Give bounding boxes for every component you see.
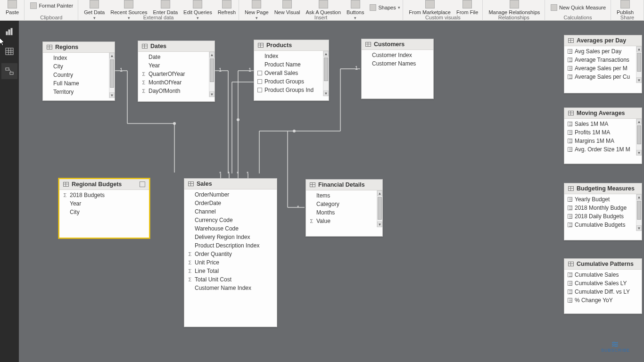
table-financial-details[interactable]: Financial Details Items Category Months … bbox=[305, 179, 383, 237]
field[interactable]: Cumulative Budgets bbox=[564, 221, 642, 229]
field[interactable]: Year bbox=[138, 61, 215, 70]
scroll-up-icon[interactable]: ▲ bbox=[377, 190, 382, 196]
scroll-down-icon[interactable]: ▼ bbox=[377, 222, 382, 227]
field[interactable]: Customer Index bbox=[362, 51, 433, 59]
manage-relationships-button[interactable]: Manage Relationships bbox=[486, 0, 543, 15]
field[interactable]: Category bbox=[306, 200, 382, 208]
scroll-up-icon[interactable]: ▲ bbox=[636, 46, 642, 52]
field[interactable]: Year bbox=[59, 199, 149, 208]
scrollbar[interactable]: ▲ ▼ bbox=[209, 52, 215, 97]
table-header[interactable]: Budgeting Measures bbox=[564, 183, 642, 194]
field[interactable]: Cumulative Sales bbox=[564, 271, 642, 279]
table-regional-budgets[interactable]: Regional Budgets 2018 Budgets Year City bbox=[58, 178, 150, 239]
scroll-down-icon[interactable]: ▼ bbox=[209, 91, 215, 97]
field[interactable]: Date bbox=[138, 53, 215, 61]
table-cumulative-patterns[interactable]: Cumulative Patterns Cumulative Sales Cum… bbox=[564, 258, 642, 314]
table-header[interactable]: Sales bbox=[184, 179, 277, 189]
field[interactable]: Avg Sales per Day bbox=[564, 47, 642, 56]
field[interactable]: Sales 1M MA bbox=[564, 120, 642, 128]
scroll-thumb[interactable] bbox=[378, 197, 382, 220]
scroll-up-icon[interactable]: ▲ bbox=[323, 51, 329, 57]
report-view-button[interactable] bbox=[1, 24, 17, 40]
field[interactable]: Channel bbox=[184, 207, 277, 216]
field[interactable]: Order Quantity bbox=[184, 250, 277, 258]
scroll-up-icon[interactable]: ▲ bbox=[109, 53, 115, 58]
table-header[interactable]: Moving Averages bbox=[564, 108, 642, 119]
scroll-down-icon[interactable]: ▼ bbox=[636, 77, 642, 83]
table-sales[interactable]: Sales OrderNumber OrderDate Channel Curr… bbox=[184, 178, 277, 327]
field[interactable]: Index bbox=[254, 52, 329, 60]
model-canvas[interactable]: 1 1 1 1 * * * * * bbox=[19, 21, 644, 362]
enter-data-button[interactable]: Enter Data bbox=[150, 0, 181, 15]
field[interactable]: Cumulative Diff. vs LY bbox=[564, 288, 642, 296]
field[interactable]: 2018 Monthly Budge bbox=[564, 204, 642, 212]
table-header[interactable]: Customers bbox=[362, 39, 433, 50]
field[interactable]: Product Description Index bbox=[184, 241, 277, 250]
data-view-button[interactable] bbox=[1, 43, 17, 59]
field[interactable]: Items bbox=[306, 191, 382, 200]
scrollbar[interactable]: ▲▼ bbox=[636, 46, 642, 83]
table-customers[interactable]: Customers Customer Index Customer Names bbox=[361, 39, 434, 99]
field[interactable]: QuarterOfYear bbox=[138, 70, 215, 78]
from-file-button[interactable]: From File bbox=[454, 0, 481, 15]
table-header[interactable]: Regional Budgets bbox=[59, 179, 149, 190]
publish-button[interactable]: Publish bbox=[614, 0, 636, 15]
scrollbar[interactable]: ▲ ▼ bbox=[323, 51, 329, 96]
scroll-thumb[interactable] bbox=[210, 58, 214, 82]
field[interactable]: Warehouse Code bbox=[184, 224, 277, 233]
field[interactable]: Cumulative Sales LY bbox=[564, 279, 642, 288]
field[interactable]: Product Name bbox=[254, 60, 329, 69]
table-header[interactable]: Products bbox=[254, 40, 329, 51]
scrollbar[interactable]: ▲ ▼ bbox=[109, 53, 115, 98]
field[interactable]: Customer Names bbox=[362, 59, 433, 68]
field[interactable]: 2018 Daily Budgets bbox=[564, 212, 642, 221]
table-header[interactable]: Averages per Day bbox=[564, 35, 642, 46]
table-header[interactable]: Dates bbox=[138, 41, 215, 52]
field[interactable]: Line Total bbox=[184, 267, 277, 275]
scroll-down-icon[interactable]: ▼ bbox=[323, 90, 329, 96]
table-dates[interactable]: Dates Date Year QuarterOfYear MonthOfYea… bbox=[138, 41, 215, 102]
field[interactable]: Months bbox=[306, 208, 382, 217]
field[interactable]: Overall Sales bbox=[254, 69, 329, 77]
field[interactable]: Profits 1M MA bbox=[564, 128, 642, 137]
field[interactable]: Average Transactions bbox=[564, 56, 642, 64]
table-averages-per-day[interactable]: Averages per Day Avg Sales per Day Avera… bbox=[564, 35, 642, 93]
scrollbar[interactable]: ▲▼ bbox=[636, 194, 642, 231]
scroll-thumb[interactable] bbox=[110, 59, 114, 88]
maximize-icon[interactable] bbox=[140, 181, 145, 187]
scrollbar[interactable]: ▲▼ bbox=[636, 119, 642, 156]
table-header[interactable]: Cumulative Patterns bbox=[564, 259, 642, 270]
ask-question-button[interactable]: Ask A Question bbox=[303, 0, 344, 15]
refresh-button[interactable]: Refresh bbox=[215, 0, 239, 15]
table-header[interactable]: Regions bbox=[43, 42, 115, 53]
field[interactable]: OrderDate bbox=[184, 199, 277, 207]
field[interactable]: Country bbox=[43, 71, 115, 79]
shapes-button[interactable]: Shapes bbox=[367, 3, 403, 12]
field[interactable]: Customer Name Index bbox=[184, 284, 277, 292]
field[interactable]: Average Sales per Cu bbox=[564, 73, 642, 81]
field[interactable]: DayOfMonth bbox=[138, 87, 215, 95]
from-marketplace-button[interactable]: From Marketplace bbox=[406, 0, 454, 15]
field[interactable]: Product Groups Ind bbox=[254, 86, 329, 94]
scroll-down-icon[interactable]: ▼ bbox=[636, 225, 642, 231]
field[interactable]: Avg. Order Size 1M M bbox=[564, 145, 642, 154]
field[interactable]: Total Unit Cost bbox=[184, 275, 277, 284]
field[interactable]: Yearly Budget bbox=[564, 195, 642, 204]
field[interactable]: Unit Price bbox=[184, 258, 277, 267]
table-regions[interactable]: Regions Index City Country Full Name Ter… bbox=[42, 41, 115, 101]
scroll-down-icon[interactable]: ▼ bbox=[636, 150, 642, 156]
scroll-thumb[interactable] bbox=[637, 125, 641, 144]
field[interactable]: Average Sales per M bbox=[564, 64, 642, 73]
scroll-thumb[interactable] bbox=[637, 53, 641, 72]
field[interactable]: Value bbox=[306, 217, 382, 225]
scrollbar[interactable]: ▲ ▼ bbox=[377, 190, 382, 227]
new-quick-measure-button[interactable]: New Quick Measure bbox=[548, 3, 609, 12]
table-header[interactable]: Financial Details bbox=[306, 180, 382, 190]
field[interactable]: Full Name bbox=[43, 79, 115, 88]
field[interactable]: OrderNumber bbox=[184, 190, 277, 199]
field[interactable]: City bbox=[59, 208, 149, 216]
format-painter-button[interactable]: Format Painter bbox=[27, 1, 76, 10]
field[interactable]: Delivery Region Index bbox=[184, 233, 277, 241]
scroll-thumb[interactable] bbox=[324, 58, 328, 81]
field[interactable]: Margins 1M MA bbox=[564, 137, 642, 145]
